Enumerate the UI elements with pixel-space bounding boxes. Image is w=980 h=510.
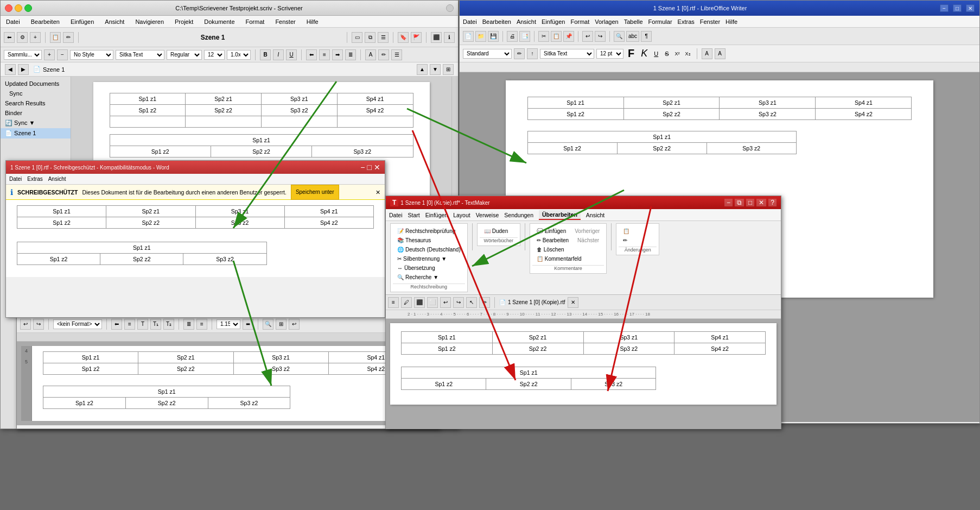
tm-tb-pointer[interactable]: ↖ bbox=[466, 297, 477, 308]
duden-btn[interactable]: 📖 Duden bbox=[481, 227, 517, 235]
scroll-up[interactable]: ▲ bbox=[417, 64, 428, 75]
tm-menu-sendungen[interactable]: Sendungen bbox=[504, 212, 533, 218]
lo-maximize[interactable]: □ bbox=[953, 4, 962, 12]
sm-redo[interactable]: ↪ bbox=[33, 319, 44, 330]
word-menu-ansicht[interactable]: Ansicht bbox=[48, 176, 66, 182]
lo-find[interactable]: 🔍 bbox=[614, 31, 625, 42]
sm-format-select[interactable]: <kein Format> bbox=[53, 319, 102, 329]
highlight[interactable]: ✏ bbox=[378, 49, 389, 60]
align-right[interactable]: ➡ bbox=[332, 49, 343, 60]
sidebar-szene1[interactable]: 📄 Szene 1 bbox=[1, 128, 71, 138]
sidebar-sync2[interactable]: 🔄 Sync ▼ bbox=[1, 118, 71, 128]
lo-menu-extras[interactable]: Extras bbox=[678, 18, 695, 25]
sm-indent3[interactable]: T₂ bbox=[163, 319, 174, 330]
list-btn[interactable]: ☰ bbox=[391, 49, 402, 60]
menu-hilfe[interactable]: Hilfe bbox=[304, 17, 321, 26]
add-collection[interactable]: + bbox=[44, 49, 55, 60]
lo-pilcrow[interactable]: ¶ bbox=[641, 31, 652, 42]
toolbar-flag[interactable]: 🚩 bbox=[411, 32, 422, 43]
view-single[interactable]: ▭ bbox=[352, 32, 362, 43]
sm-zoom[interactable]: ⊞ bbox=[276, 319, 287, 330]
sidebar-sync[interactable]: Sync bbox=[1, 89, 71, 98]
word-minimize[interactable]: − bbox=[360, 163, 365, 172]
back-btn[interactable]: ◀ bbox=[5, 64, 16, 75]
menu-datei[interactable]: Datei bbox=[4, 17, 22, 26]
bold-btn[interactable]: B bbox=[260, 49, 271, 60]
lo-redo[interactable]: ↪ bbox=[595, 31, 606, 42]
lo-save[interactable]: 💾 bbox=[488, 31, 499, 42]
speichern-unter-btn[interactable]: Speichern unter bbox=[291, 185, 339, 200]
kommentarfeld-btn[interactable]: 📋 Kommentarfeld bbox=[533, 255, 603, 263]
tm-menu-ansicht[interactable]: Ansicht bbox=[586, 212, 604, 218]
word-menu-datei[interactable]: Datei bbox=[9, 176, 22, 182]
tm-menu-start[interactable]: Start bbox=[408, 212, 420, 218]
lo-strike[interactable]: S bbox=[663, 51, 671, 57]
word-menu-extras[interactable]: Extras bbox=[27, 176, 42, 182]
lo-menu-hilfe[interactable]: Hilfe bbox=[726, 18, 737, 25]
align-justify[interactable]: ≣ bbox=[345, 49, 356, 60]
sm-undo[interactable]: ↩ bbox=[20, 319, 31, 330]
menu-navigieren[interactable]: Navigieren bbox=[133, 17, 166, 26]
tm-menu-datei[interactable]: Datei bbox=[389, 212, 403, 218]
lo-close[interactable]: ✕ bbox=[966, 4, 975, 12]
toolbar-bookmark[interactable]: 🔖 bbox=[398, 32, 409, 43]
sm-align-justify[interactable]: ≣ bbox=[183, 319, 194, 330]
tm-menu-ueberarbeiten[interactable]: Überarbeiten bbox=[539, 210, 581, 220]
font-color[interactable]: A bbox=[365, 49, 376, 60]
lo-italic[interactable]: K bbox=[639, 48, 650, 59]
lo-print[interactable]: 🖨 bbox=[507, 31, 518, 42]
lo-menu-tabelle[interactable]: Tabelle bbox=[624, 18, 643, 25]
menu-projekt[interactable]: Projekt bbox=[173, 17, 195, 26]
tm-restore[interactable]: ⧉ bbox=[735, 199, 744, 206]
panel-toggle[interactable]: ⊞ bbox=[443, 64, 454, 75]
loeschen-btn[interactable]: 🗑 Löschen bbox=[533, 245, 603, 254]
lo-underline[interactable]: U bbox=[652, 51, 660, 57]
lo-menu-bearbeiten[interactable]: Bearbeiten bbox=[482, 18, 511, 25]
lo-sub[interactable]: X₂ bbox=[684, 51, 692, 56]
silbentrennung-btn[interactable]: ✂ Silbentrennung ▼ bbox=[394, 255, 464, 263]
protected-bar-close[interactable]: ✕ bbox=[376, 189, 380, 196]
sm-undo2[interactable]: ↩ bbox=[289, 319, 300, 330]
sm-indent[interactable]: T bbox=[137, 319, 148, 330]
lo-font-color[interactable]: A bbox=[702, 48, 712, 59]
tm-menu-verweise[interactable]: Verweise bbox=[476, 212, 499, 218]
lo-paste[interactable]: 📌 bbox=[563, 31, 574, 42]
toolbar-btn-4[interactable]: 📋 bbox=[50, 32, 61, 43]
lo-super[interactable]: X² bbox=[673, 51, 682, 56]
lo-style-new[interactable]: ✏ bbox=[514, 48, 525, 59]
align-left[interactable]: ⬅ bbox=[306, 49, 317, 60]
naechster-btn[interactable]: Nächster bbox=[574, 236, 602, 244]
lo-pdf[interactable]: 📑 bbox=[519, 31, 530, 42]
tm-doc-close[interactable]: ✕ bbox=[568, 297, 578, 308]
menu-dokumente[interactable]: Dokumente bbox=[202, 17, 237, 26]
italic-btn[interactable]: I bbox=[273, 49, 284, 60]
lo-minimize[interactable]: − bbox=[940, 4, 949, 12]
menu-bearbeiten[interactable]: Bearbeiten bbox=[29, 17, 62, 26]
tm-tb-1[interactable]: ≡ bbox=[388, 297, 399, 308]
lo-copy[interactable]: 📋 bbox=[551, 31, 562, 42]
aenderungen-btn2[interactable]: ✏ bbox=[620, 236, 656, 244]
remove-collection[interactable]: − bbox=[57, 49, 68, 60]
lo-undo[interactable]: ↩ bbox=[582, 31, 593, 42]
font-select[interactable]: Sitka Text bbox=[116, 50, 164, 60]
aenderungen-copy-btn[interactable]: 📋 bbox=[620, 227, 656, 235]
vorheriger-btn[interactable]: Vorheriger bbox=[571, 227, 603, 235]
lo-cut[interactable]: ✂ bbox=[538, 31, 549, 42]
menu-ansicht[interactable]: Ansicht bbox=[103, 17, 126, 26]
rechtschreibpruefung-btn[interactable]: 📝 Rechtschreibprüfung bbox=[394, 227, 464, 235]
view-outline[interactable]: ☰ bbox=[378, 32, 389, 43]
uebersetzung-btn[interactable]: ↔ Übersetzung bbox=[394, 264, 464, 272]
einfuegen-btn[interactable]: 💬 Einfügen bbox=[533, 227, 569, 235]
sm-linespacing-select[interactable]: 1.15 bbox=[217, 319, 240, 329]
lo-font-select[interactable]: Sitka Text bbox=[540, 49, 594, 59]
tm-tb-undo[interactable]: ↩ bbox=[440, 297, 451, 308]
sidebar-updated-docs[interactable]: Updated Documents bbox=[1, 79, 71, 89]
bearbeiten-btn[interactable]: ✏ Bearbeiten bbox=[533, 236, 572, 244]
weight-select[interactable]: Regular bbox=[167, 50, 202, 60]
tm-tb-cursor[interactable]: 🖊 bbox=[401, 297, 412, 308]
collection-select[interactable]: Sammlu... bbox=[4, 50, 42, 60]
toolbar-btn-2[interactable]: ⚙ bbox=[17, 32, 28, 43]
tm-maximize[interactable]: □ bbox=[746, 199, 754, 206]
view-split[interactable]: ⧉ bbox=[365, 32, 376, 43]
maximize-button[interactable] bbox=[24, 4, 32, 12]
